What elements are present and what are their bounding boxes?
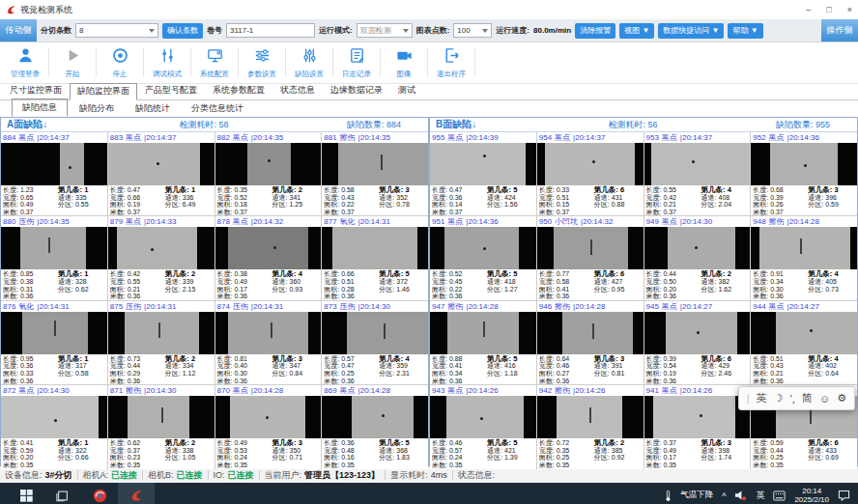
defect-image[interactable] [644, 396, 751, 438]
defect-image[interactable] [1, 227, 107, 269]
main-tab-7[interactable]: 测试 [390, 82, 423, 99]
defect-cell[interactable]: 951黑点|20:14:36长度: 0.52宽度: 0.45面积: 0.22米数… [430, 216, 536, 299]
main-tab-3[interactable]: 产品型号配置 [137, 82, 205, 99]
defect-image[interactable] [322, 312, 428, 354]
defect-cell[interactable]: 878黑点|20:14:32长度: 0.38宽度: 0.49面积: 0.17米数… [215, 216, 322, 299]
defect-cell[interactable]: 881擦伤|20:14:35长度: 0.58宽度: 0.43面积: 0.22米数… [322, 132, 428, 215]
volume-icon[interactable] [734, 490, 747, 501]
toolbar-item-params[interactable]: 参数设置 [241, 46, 283, 79]
taskbar-app-browser[interactable] [81, 483, 118, 504]
main-tab-5[interactable]: 状态信息 [272, 82, 323, 99]
weather-text[interactable]: 气温下降 [680, 490, 713, 501]
defect-cell[interactable]: 942擦伤|20:14:26长度: 0.72宽度: 0.35面积: 0.25米数… [537, 385, 644, 468]
defect-image[interactable] [537, 396, 644, 438]
ime-emoji-icon[interactable]: ☺ [819, 393, 830, 405]
taskbar-app-inspection[interactable] [118, 483, 155, 504]
ime-settings-icon[interactable]: ⚙ [837, 392, 846, 405]
toolbar-item-system-config[interactable]: 系统配置 [193, 46, 236, 79]
data-quick-access-button[interactable]: 数据快捷访问 ▼ [658, 23, 724, 39]
toolbar-item-stop[interactable]: 停止 [99, 46, 141, 79]
notification-center-icon[interactable] [838, 490, 850, 501]
defect-image[interactable] [1, 143, 107, 185]
defect-cell[interactable]: 941黑点|20:14:26长度: 0.37宽度: 0.49面积: 0.17米数… [644, 385, 751, 468]
defect-cell[interactable]: 877氧化|20:14:31长度: 0.66宽度: 0.51面积: 0.28米数… [322, 216, 428, 299]
start-button[interactable] [8, 483, 44, 504]
defect-image[interactable] [215, 227, 322, 269]
defect-image[interactable] [644, 312, 751, 354]
defect-image[interactable] [430, 143, 536, 185]
defect-cell[interactable]: 869黑点|20:14:28长度: 0.36宽度: 0.48面积: 0.16米数… [322, 385, 428, 468]
defect-cell[interactable]: 884黑点|20:14:37长度: 1.23宽度: 0.65面积: 0.49米数… [1, 132, 107, 215]
defect-image[interactable] [537, 143, 644, 185]
defect-cell[interactable]: 945黑点|20:14:27长度: 0.39宽度: 0.54面积: 0.19米数… [644, 301, 751, 384]
defect-image[interactable] [108, 143, 214, 185]
touch-keyboard-icon[interactable] [773, 490, 786, 501]
defect-cell[interactable]: 954黑点|20:14:37长度: 0.33宽度: 0.51面积: 0.15米数… [537, 132, 644, 215]
defect-image[interactable] [430, 396, 536, 438]
help-menu-button[interactable]: 帮助 ▼ [728, 23, 762, 39]
roll-number-input[interactable]: 3117-1 [226, 23, 315, 38]
defect-cell[interactable]: 952黑点|20:14:36长度: 0.68宽度: 0.39面积: 0.26米数… [751, 132, 857, 215]
defect-cell[interactable]: 948擦伤|20:14:28长度: 0.91宽度: 0.34面积: 0.30米数… [751, 216, 857, 299]
clear-alarm-button[interactable]: 清除报警 [575, 23, 615, 39]
sub-tab-2[interactable]: 缺陷分布 [70, 100, 124, 117]
defect-image[interactable] [751, 143, 857, 185]
defect-cell[interactable]: 883黑点|20:14:37长度: 0.47宽度: 0.66面积: 0.19米数… [108, 132, 214, 215]
defect-image[interactable] [322, 227, 428, 269]
defect-image[interactable] [215, 312, 322, 354]
tray-expand-icon[interactable]: ^ [722, 491, 726, 501]
ime-language-indicator[interactable]: 英 [756, 490, 764, 502]
minimize-button[interactable]: – [806, 6, 811, 14]
defect-image[interactable] [430, 227, 536, 269]
main-tab-2[interactable]: 缺陷监控界面 [70, 83, 137, 100]
toolbar-item-camera[interactable]: 图像 [383, 46, 425, 79]
close-button[interactable]: × [847, 6, 852, 14]
defect-image[interactable] [108, 396, 214, 438]
toolbar-item-user[interactable]: 管理登录 [4, 46, 46, 79]
defect-cell[interactable]: 870黑点|20:14:28长度: 0.49宽度: 0.53面积: 0.24米数… [215, 385, 322, 468]
ime-halfwidth-icon[interactable]: ☽ [774, 392, 784, 405]
defect-image[interactable] [108, 227, 214, 269]
defect-cell[interactable]: 875压伤|20:14:31长度: 0.73宽度: 0.44面积: 0.29米数… [108, 301, 214, 384]
maximize-button[interactable]: □ [826, 6, 831, 14]
drive-side-button[interactable]: 传动侧 [0, 19, 37, 42]
main-tab-1[interactable]: 尺寸监控界面 [2, 82, 70, 99]
defect-image[interactable] [108, 312, 214, 354]
defect-cell[interactable]: 876氧化|20:14:31长度: 0.95宽度: 0.36面积: 0.33米数… [1, 301, 107, 384]
ime-simplified[interactable]: 简 [802, 391, 813, 406]
main-tab-4[interactable]: 系统参数配置 [205, 82, 272, 99]
defect-cell[interactable]: 880压伤|20:14:35长度: 0.85宽度: 0.38面积: 0.31米数… [1, 216, 107, 299]
defect-cell[interactable]: 944黑点|20:14:27长度: 0.51宽度: 0.43面积: 0.21米数… [751, 301, 857, 384]
defect-image[interactable] [1, 396, 107, 438]
defect-cell[interactable]: 882黑点|20:14:35长度: 0.35宽度: 0.52面积: 0.18米数… [215, 132, 322, 215]
defect-cell[interactable]: 879黑点|20:14:33长度: 0.42宽度: 0.55面积: 0.21米数… [108, 216, 214, 299]
defect-cell[interactable]: 874压伤|20:14:31长度: 0.81宽度: 0.40面积: 0.30米数… [215, 301, 322, 384]
toolbar-item-log[interactable]: 日志记录 [335, 46, 378, 79]
defect-image[interactable] [751, 227, 857, 269]
confirm-count-button[interactable]: 确认条数 [162, 23, 203, 39]
defect-image[interactable] [751, 312, 857, 354]
defect-cell[interactable]: 953黑点|20:14:37长度: 0.55宽度: 0.42面积: 0.21米数… [644, 132, 751, 215]
task-view-button[interactable] [44, 483, 81, 504]
sub-tab-4[interactable]: 分类信息统计 [182, 100, 253, 117]
sub-tab-1[interactable]: 缺陷信息 [12, 98, 68, 117]
defect-image[interactable] [1, 312, 107, 354]
defect-cell[interactable]: 871擦伤|20:14:30长度: 0.62宽度: 0.37面积: 0.23米数… [108, 385, 214, 468]
defect-cell[interactable]: 872黑点|20:14:30长度: 0.41宽度: 0.59面积: 0.20米数… [1, 385, 107, 468]
defect-cell[interactable]: 947擦伤|20:14:28长度: 0.88宽度: 0.41面积: 0.34米数… [430, 301, 536, 384]
defect-image[interactable] [322, 396, 428, 438]
ime-punctuation[interactable]: ’, [789, 393, 795, 405]
toolbar-item-debug[interactable]: 调试模式 [146, 46, 188, 79]
run-mode-select[interactable]: 双面检测 [357, 23, 413, 38]
defect-image[interactable] [644, 143, 751, 185]
defect-image[interactable] [215, 143, 322, 185]
toolbar-item-play[interactable]: 开始 [51, 46, 94, 79]
defect-cell[interactable]: 873压伤|20:14:30长度: 0.57宽度: 0.47面积: 0.25米数… [322, 301, 428, 384]
defect-image[interactable] [537, 312, 644, 354]
defect-cell[interactable]: 955黑点|20:14:39长度: 0.47宽度: 0.36面积: 0.14米数… [430, 132, 536, 215]
defect-image[interactable] [430, 312, 536, 354]
operator-side-button[interactable]: 操作侧 [821, 19, 858, 42]
sub-tab-3[interactable]: 缺陷统计 [126, 100, 180, 117]
defect-image[interactable] [644, 227, 751, 269]
defect-cell[interactable]: 946擦伤|20:14:28长度: 0.64宽度: 0.46面积: 0.27米数… [537, 301, 644, 384]
